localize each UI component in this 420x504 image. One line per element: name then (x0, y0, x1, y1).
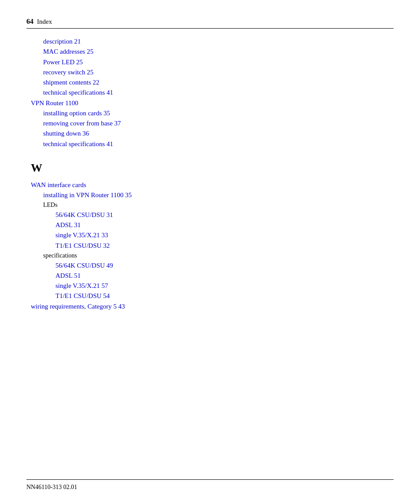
removing-cover-entry[interactable]: removing cover from base 37 (31, 118, 394, 129)
spec-56k-link[interactable]: 56/64K CSU/DSU 49 (55, 262, 113, 269)
section-w-heading: W (31, 162, 394, 175)
installing-vpn-entry[interactable]: installing in VPN Router 1100 35 (31, 190, 394, 200)
spec-single-link[interactable]: single V.35/X.21 57 (55, 282, 108, 289)
led-t1e1-link[interactable]: T1/E1 CSU/DSU 32 (55, 242, 110, 249)
page-footer: NN46110-313 02.01 (26, 479, 394, 491)
footer-doc-number: NN46110-313 02.01 (26, 484, 77, 490)
page-container: 64 Index description 21 MAC addresses 25… (0, 0, 420, 504)
shipment-contents-entry[interactable]: shipment contents 22 (31, 77, 394, 88)
header-title: Index (37, 18, 52, 26)
led-single-link[interactable]: single V.35/X.21 33 (55, 232, 108, 239)
spec-t1e1-entry[interactable]: T1/E1 CSU/DSU 54 (31, 291, 394, 301)
spec-adsl-link[interactable]: ADSL 51 (55, 272, 81, 279)
tech-specs-entry[interactable]: technical specifications 41 (31, 88, 394, 98)
led-adsl-entry[interactable]: ADSL 31 (31, 220, 394, 230)
led-t1e1-entry[interactable]: T1/E1 CSU/DSU 32 (31, 241, 394, 251)
installing-cards-link[interactable]: installing option cards 35 (43, 110, 110, 117)
page-number: 64 (26, 18, 33, 26)
wiring-link[interactable]: wiring requirements, Category 5 43 (31, 302, 394, 312)
description-link[interactable]: description 21 (43, 38, 81, 45)
installing-vpn-link[interactable]: installing in VPN Router 1100 35 (43, 191, 132, 199)
wan-cards-link[interactable]: WAN interface cards (31, 180, 394, 190)
recovery-switch-link[interactable]: recovery switch 25 (43, 69, 93, 76)
removing-cover-link[interactable]: removing cover from base 37 (43, 120, 121, 127)
led-single-entry[interactable]: single V.35/X.21 33 (31, 230, 394, 240)
shipment-contents-link[interactable]: shipment contents 22 (43, 79, 99, 86)
index-content: description 21 MAC addresses 25 Power LE… (26, 37, 394, 312)
shutting-down-entry[interactable]: shutting down 36 (31, 129, 394, 139)
tech-specs2-entry[interactable]: technical specifications 41 (31, 139, 394, 149)
page-header: 64 Index (26, 18, 394, 29)
tech-specs2-link[interactable]: technical specifications 41 (43, 140, 113, 147)
spec-single-entry[interactable]: single V.35/X.21 57 (31, 281, 394, 291)
led-56k-link[interactable]: 56/64K CSU/DSU 31 (55, 211, 113, 218)
power-led-link[interactable]: Power LED 25 (43, 59, 83, 66)
shutting-down-link[interactable]: shutting down 36 (43, 130, 89, 137)
vpn-router-link[interactable]: VPN Router 1100 (31, 98, 394, 108)
leds-label: LEDs (31, 200, 394, 210)
spec-adsl-entry[interactable]: ADSL 51 (31, 271, 394, 281)
tech-specs-link[interactable]: technical specifications 41 (43, 89, 113, 96)
led-56k-entry[interactable]: 56/64K CSU/DSU 31 (31, 210, 394, 220)
led-adsl-link[interactable]: ADSL 31 (55, 221, 81, 228)
installing-cards-entry[interactable]: installing option cards 35 (31, 108, 394, 118)
spec-56k-entry[interactable]: 56/64K CSU/DSU 49 (31, 261, 394, 271)
specifications-label: specifications (31, 251, 394, 261)
description-entry[interactable]: description 21 (31, 37, 394, 47)
mac-addresses-entry[interactable]: MAC addresses 25 (31, 47, 394, 57)
spec-t1e1-link[interactable]: T1/E1 CSU/DSU 54 (55, 292, 110, 299)
recovery-switch-entry[interactable]: recovery switch 25 (31, 67, 394, 77)
power-led-entry[interactable]: Power LED 25 (31, 57, 394, 67)
mac-addresses-link[interactable]: MAC addresses 25 (43, 48, 93, 55)
